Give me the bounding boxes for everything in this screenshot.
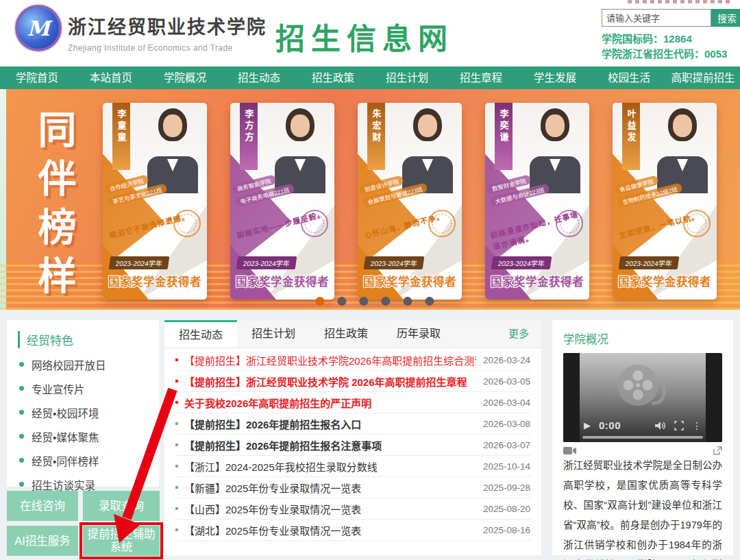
news-item-title: 【湖北】2025年份专业录取情况一览表 bbox=[184, 523, 476, 537]
news-item-title: 【新疆】2025年份专业录取情况一览表 bbox=[184, 480, 476, 495]
news-item[interactable]: 【提前招生】2026年提前招生报名注意事项 2026-03-07 bbox=[175, 435, 530, 456]
quick-button[interactable]: 在线咨询 bbox=[7, 491, 78, 521]
carousel-dots bbox=[315, 297, 434, 306]
news-item[interactable]: 【提前招生】2026年提前招生报名入口 2026-03-08 bbox=[175, 413, 530, 435]
news-tab[interactable]: 历年录取 bbox=[382, 320, 455, 348]
nav-item[interactable]: 学院首页 bbox=[0, 66, 74, 89]
features-title: 经贸特色 bbox=[18, 331, 159, 348]
award-seal bbox=[301, 210, 328, 237]
video-player[interactable]: ▶ 0:00 ⋮ bbox=[563, 353, 722, 442]
carousel-dot[interactable] bbox=[381, 297, 390, 306]
feature-item[interactable]: 经贸•媒体聚焦 bbox=[19, 424, 159, 448]
news-item[interactable]: 关于我校2026年高职提前招生的严正声明 2026-03-04 bbox=[175, 392, 530, 413]
news-tab[interactable]: 招生政策 bbox=[310, 320, 382, 348]
news-item[interactable]: 【提前招生】浙江经贸职业技术学院2026年高职提前招生综合测评实施细... 20… bbox=[175, 350, 530, 371]
school-name-cn: 浙江经贸职业技术学院 bbox=[68, 12, 267, 39]
nav-item[interactable]: 学院概况 bbox=[148, 66, 222, 89]
student-name-ribbon: 李奕谦 bbox=[495, 103, 513, 170]
quick-button[interactable]: 提前招生辅助系统 bbox=[83, 526, 160, 556]
banner-carousel: 同伴榜样 李童童 合作经济学院 茶艺与茶文化221班 眼泪它不能洗掉遗憾。 20… bbox=[0, 89, 740, 310]
main-nav: 学院首页本站首页学院概况招生动态招生政策招生计划招生章程学生发展校园生活高职提前… bbox=[0, 66, 740, 89]
nav-item[interactable]: 学生发展 bbox=[518, 66, 592, 89]
play-button[interactable]: ▶ bbox=[584, 420, 591, 430]
news-item-date: 2026-03-08 bbox=[483, 419, 530, 429]
news-tab[interactable]: 招生动态 bbox=[164, 320, 237, 348]
award-title: 国家奖学金获得者 bbox=[103, 273, 207, 289]
news-item[interactable]: 【新疆】2025年份专业录取情况一览表 2025-09-28 bbox=[175, 477, 530, 498]
feature-item[interactable]: 网络校园开放日 bbox=[19, 352, 159, 376]
carousel-dot[interactable] bbox=[337, 297, 346, 306]
carousel-dot[interactable] bbox=[359, 297, 368, 306]
news-item[interactable]: 【提前招生】浙江经贸职业技术学院 2026年高职提前招生章程 2026-03-0… bbox=[175, 371, 530, 392]
news-item-date: 2025-10-14 bbox=[483, 461, 530, 472]
news-item-date: 2025-09-28 bbox=[483, 483, 530, 493]
award-title: 国家奖学金获得者 bbox=[358, 273, 462, 289]
news-more-link[interactable]: 更多 bbox=[508, 320, 541, 348]
news-item[interactable]: 【浙江】2024-2025年我校招生录取分数线 2025-10-14 bbox=[175, 456, 530, 477]
student-poster[interactable]: 叶益发 食品健康学院 生物制药技术22级2班 生如逆旅，一苇以航。 2023-2… bbox=[613, 103, 717, 300]
nav-item[interactable]: 本站首页 bbox=[74, 66, 148, 89]
nav-item[interactable]: 招生计划 bbox=[370, 66, 444, 89]
search-button[interactable]: 搜索 bbox=[711, 9, 740, 27]
nav-item[interactable]: 招生政策 bbox=[296, 66, 370, 89]
feature-item[interactable]: 专业宣传片 bbox=[19, 376, 159, 400]
page-header: M 浙江经贸职业技术学院 Zhejiang Institute of Econo… bbox=[0, 0, 740, 66]
news-item-title: 关于我校2026年高职提前招生的严正声明 bbox=[184, 395, 476, 410]
video-progress-bar[interactable] bbox=[582, 436, 703, 439]
overview-panel: 学院概况 ▶ 0:00 bbox=[552, 320, 733, 555]
student-name-ribbon: 李童童 bbox=[112, 103, 130, 170]
school-codes: 学院国标码：12864学院浙江省招生代码：0053 bbox=[602, 32, 727, 62]
news-item-date: 2025-08-20 bbox=[483, 504, 530, 514]
news-item-title: 【提前招生】2026年提前招生报名注意事项 bbox=[184, 438, 476, 452]
video-menu-icon[interactable]: ⋮ bbox=[692, 420, 702, 431]
camera-icon bbox=[563, 446, 577, 455]
features-panel: 经贸特色 网络校园开放日专业宣传片经贸•校园环境经贸•媒体聚焦经贸•同伴榜样招生… bbox=[7, 320, 159, 487]
award-title: 国家奖学金获得者 bbox=[230, 273, 334, 289]
award-seal bbox=[556, 210, 583, 237]
logo-letter: M bbox=[27, 16, 49, 40]
news-tab[interactable]: 招生计划 bbox=[237, 320, 310, 348]
news-tab-strip: 招生动态招生计划招生政策历年录取 bbox=[164, 320, 455, 348]
award-year-badge: 2023-2024学年 bbox=[109, 256, 169, 269]
quick-button[interactable]: AI招生服务 bbox=[7, 526, 78, 556]
feature-item[interactable]: 经贸•校园环境 bbox=[19, 400, 159, 424]
search-input[interactable] bbox=[602, 9, 711, 27]
volume-icon[interactable] bbox=[655, 421, 666, 430]
nav-item[interactable]: 招生章程 bbox=[444, 66, 518, 89]
external-link-icon[interactable] bbox=[713, 446, 722, 455]
nav-item[interactable]: 招生动态 bbox=[222, 66, 296, 89]
nav-item[interactable]: 高职提前招生 bbox=[666, 66, 740, 89]
carousel-dot[interactable] bbox=[315, 297, 324, 306]
student-name-ribbon: 李方方 bbox=[240, 103, 258, 170]
nav-item[interactable]: 校园生活 bbox=[592, 66, 666, 89]
award-year-badge: 2023-2024学年 bbox=[236, 256, 297, 269]
news-item-title: 【浙江】2024-2025年我校招生录取分数线 bbox=[184, 459, 476, 474]
quick-buttons: 在线咨询录取查询AI招生服务提前招生辅助系统 bbox=[7, 491, 160, 556]
news-item-title: 【提前招生】2026年提前招生报名入口 bbox=[184, 417, 476, 431]
award-year-badge: 2023-2024学年 bbox=[619, 256, 679, 269]
award-title: 国家奖学金获得者 bbox=[485, 273, 589, 289]
student-poster[interactable]: 李童童 合作经济学院 茶艺与茶文化221班 眼泪它不能洗掉遗憾。 2023-20… bbox=[103, 103, 207, 300]
banner-vertical-title: 同伴榜样 bbox=[26, 110, 82, 304]
student-name-ribbon: 朱宏财 bbox=[367, 103, 385, 170]
film-reel-icon bbox=[613, 362, 672, 415]
clipped-topbar-text bbox=[628, 0, 730, 3]
carousel-dot[interactable] bbox=[403, 297, 412, 306]
news-item-date: 2025-08-16 bbox=[483, 525, 530, 535]
news-item[interactable]: 【湖北】2025年份专业录取情况一览表 2025-08-16 bbox=[175, 520, 530, 541]
fullscreen-icon[interactable] bbox=[674, 421, 684, 430]
news-item[interactable]: 【山西】2025年份专业录取情况一览表 2025-08-20 bbox=[175, 498, 530, 520]
student-poster[interactable]: 朱宏财 创意设计学院 会展策划与管理223班 心怀山海，静而不争。 2023-2… bbox=[358, 103, 462, 300]
student-poster[interactable]: 李方方 商务智能学院 电子商务电商221班 脚踏实地——步履坚毅。 2023-2… bbox=[230, 103, 334, 300]
video-time: 0:00 bbox=[599, 419, 621, 431]
carousel-dot[interactable] bbox=[425, 297, 434, 306]
award-title: 国家奖学金获得者 bbox=[613, 273, 717, 289]
award-seal bbox=[173, 210, 201, 237]
student-poster[interactable]: 李奕谦 数智财金学院 大数据与会计223班 前路漫漫亦灿灿，往事堪堪亦澜澜。 2… bbox=[485, 103, 589, 300]
news-item-date: 2026-03-05 bbox=[483, 376, 530, 387]
quick-button[interactable]: 录取查询 bbox=[83, 491, 160, 521]
overview-description: 浙江经贸职业技术学院是全日制公办高职学校，是国家优质高等专科学校、国家“双高计划… bbox=[552, 455, 733, 560]
news-item-date: 2026-03-07 bbox=[483, 440, 530, 450]
feature-item[interactable]: 经贸•同伴榜样 bbox=[19, 448, 159, 472]
award-seal bbox=[683, 210, 711, 237]
